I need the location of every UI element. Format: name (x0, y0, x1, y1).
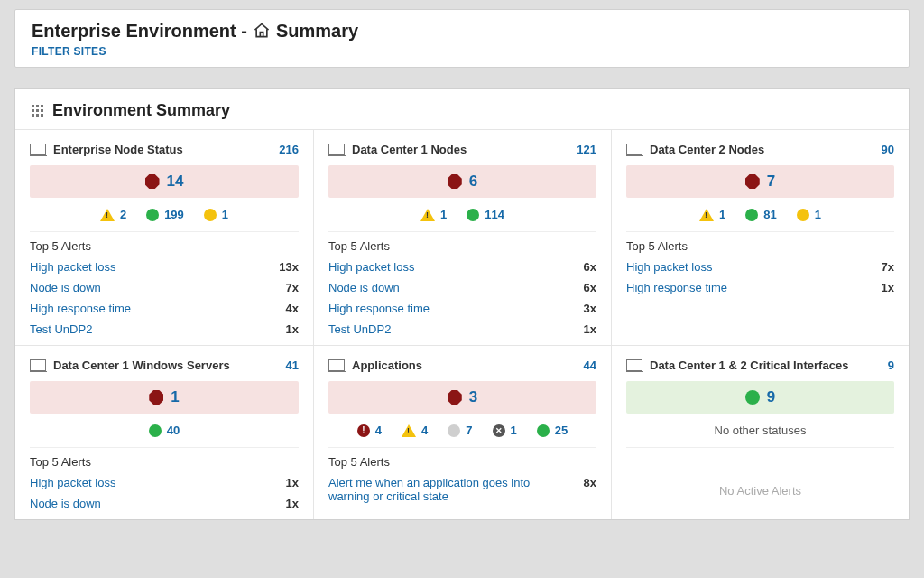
status-pill[interactable]: 1 (797, 208, 821, 221)
alert-link[interactable]: Node is down (30, 497, 101, 510)
status-pill[interactable]: 1 (420, 208, 447, 221)
no-active-alerts-text: No Active Alerts (626, 448, 894, 498)
card-title[interactable]: Data Center 1 Windows Servers (30, 359, 230, 372)
alert-row: High packet loss 6x (328, 256, 596, 277)
status-pill[interactable]: 1 (204, 208, 228, 221)
top-alerts-heading: Top 5 Alerts (30, 232, 299, 256)
card-total-count[interactable]: 44 (584, 359, 596, 372)
card-hero-status[interactable]: 9 (626, 381, 894, 414)
status-pill[interactable]: 25 (537, 424, 568, 437)
card-total-count[interactable]: 216 (279, 143, 299, 156)
card-header: Data Center 2 Nodes 90 (626, 143, 894, 156)
up-icon (149, 424, 162, 437)
alert-link[interactable]: High packet loss (328, 260, 414, 274)
warning-icon (699, 209, 714, 221)
card-sub-statuses: 40 (30, 414, 299, 448)
alert-link[interactable]: High packet loss (626, 260, 712, 274)
status-pill[interactable]: 114 (467, 208, 504, 221)
status-value: 2 (120, 208, 126, 221)
alert-link[interactable]: Node is down (328, 281, 400, 294)
alert-row: Node is down 7x (30, 277, 299, 298)
alert-count: 8x (584, 476, 596, 489)
alert-count: 6x (584, 260, 596, 274)
alert-count: 13x (279, 260, 299, 274)
up-icon (745, 390, 760, 405)
alert-link[interactable]: High response time (30, 302, 131, 315)
alert-row: High response time 4x (30, 298, 299, 319)
home-icon (253, 21, 271, 42)
status-value: 1 (719, 208, 725, 221)
card-total-count[interactable]: 9 (888, 359, 894, 372)
alert-link[interactable]: Alert me when an application goes into w… (328, 476, 556, 503)
alert-link[interactable]: High response time (626, 281, 727, 294)
alert-link[interactable]: Test UnDP2 (328, 322, 391, 336)
card-hero-value: 7 (767, 172, 775, 191)
alert-link[interactable]: Test UnDP2 (30, 322, 92, 336)
node-icon (328, 144, 345, 155)
filter-sites-link[interactable]: FILTER SITES (32, 45, 106, 58)
top-alerts-heading: Top 5 Alerts (328, 448, 596, 472)
no-other-statuses-text: No other statuses (715, 424, 807, 437)
card-title[interactable]: Data Center 2 Nodes (626, 143, 764, 156)
card-title[interactable]: Enterprise Node Status (30, 143, 183, 156)
alert-link[interactable]: High response time (328, 302, 430, 315)
alert-count: 3x (584, 302, 596, 315)
status-pill[interactable]: ✕1 (493, 424, 517, 437)
card-total-count[interactable]: 90 (882, 143, 894, 156)
top-alerts-heading: Top 5 Alerts (328, 232, 596, 256)
card-sub-statuses: 1114 (328, 198, 596, 232)
status-value: 199 (164, 208, 184, 221)
warning-icon (402, 424, 416, 437)
unmanaged-icon: ✕ (493, 424, 505, 437)
status-pill[interactable]: 199 (146, 208, 184, 221)
card-sub-statuses: !447✕125 (328, 414, 596, 448)
card-title-text: Applications (352, 359, 422, 372)
card-hero-status[interactable]: 14 (30, 165, 299, 198)
warning-icon (420, 209, 435, 221)
card-total-count[interactable]: 121 (577, 143, 596, 156)
card-title[interactable]: Data Center 1 Nodes (328, 143, 467, 156)
alert-count: 1x (882, 281, 894, 294)
critical-icon: ! (357, 424, 370, 437)
status-card: Data Center 1 Nodes 121 6 1114Top 5 Aler… (313, 129, 611, 345)
section-title: Environment Summary (52, 101, 230, 120)
card-title-text: Data Center 1 Nodes (352, 143, 467, 156)
status-pill[interactable]: 81 (745, 208, 776, 221)
card-header: Data Center 1 & 2 Critical Interfaces 9 (626, 359, 894, 372)
alert-count: 1x (286, 322, 299, 336)
card-title-text: Data Center 2 Nodes (650, 143, 764, 156)
node-icon (30, 359, 46, 371)
card-title[interactable]: Applications (328, 359, 422, 372)
status-pill[interactable]: 1 (699, 208, 725, 221)
card-hero-status[interactable]: 7 (626, 165, 894, 198)
page-title-suffix: Summary (276, 21, 358, 42)
card-hero-status[interactable]: 3 (328, 381, 596, 414)
alert-row: Node is down 6x (328, 277, 596, 298)
alert-link[interactable]: Node is down (30, 281, 101, 294)
card-title-text: Data Center 1 & 2 Critical Interfaces (650, 359, 848, 372)
card-hero-status[interactable]: 1 (30, 381, 299, 414)
up-icon (745, 209, 758, 221)
status-pill[interactable]: 7 (448, 424, 472, 437)
environment-summary-panel: Environment Summary Enterprise Node Stat… (14, 88, 910, 520)
alert-count: 6x (584, 281, 596, 294)
card-sub-statuses: 21991 (30, 198, 299, 232)
alert-link[interactable]: High packet loss (30, 476, 116, 489)
status-pill[interactable]: 4 (402, 424, 428, 437)
card-sub-statuses: No other statuses (626, 414, 894, 448)
status-value: 4 (421, 424, 428, 437)
drag-handle-icon[interactable] (32, 105, 43, 117)
status-value: 40 (167, 424, 180, 437)
status-pill[interactable]: 40 (149, 424, 180, 437)
card-hero-status[interactable]: 6 (328, 165, 596, 198)
up-icon (537, 424, 550, 437)
status-card: Data Center 1 Windows Servers 41 1 40Top… (15, 345, 313, 519)
top-alerts-heading: Top 5 Alerts (626, 232, 894, 256)
status-pill[interactable]: 2 (100, 208, 126, 221)
node-icon (30, 144, 46, 155)
card-hero-value: 14 (167, 172, 184, 191)
alert-link[interactable]: High packet loss (30, 260, 116, 274)
card-total-count[interactable]: 41 (286, 359, 299, 372)
card-title[interactable]: Data Center 1 & 2 Critical Interfaces (626, 359, 848, 372)
status-pill[interactable]: !4 (357, 424, 382, 437)
